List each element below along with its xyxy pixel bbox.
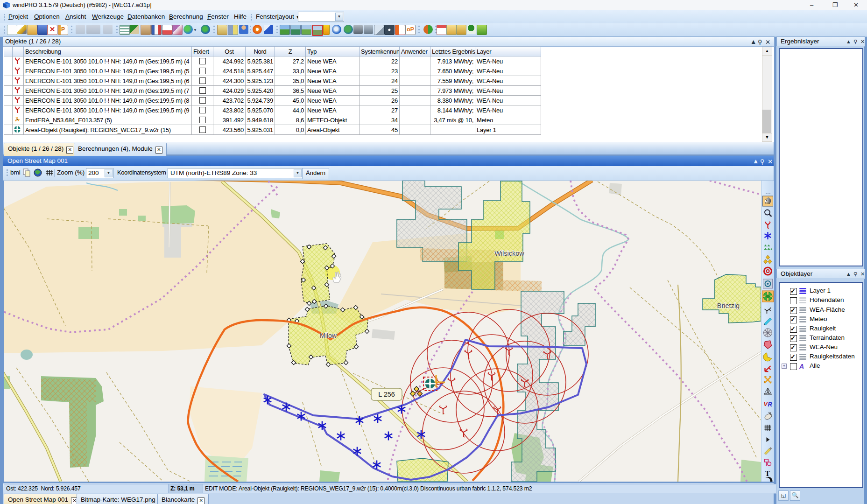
svg-text:Brietzig: Brietzig	[717, 302, 740, 309]
svg-text:Wilsickow: Wilsickow	[494, 250, 524, 257]
svg-text:T: T	[765, 469, 770, 477]
svg-text:R: R	[768, 401, 773, 408]
svg-text:Milow: Milow	[320, 332, 337, 339]
svg-text:L 256: L 256	[378, 391, 395, 398]
